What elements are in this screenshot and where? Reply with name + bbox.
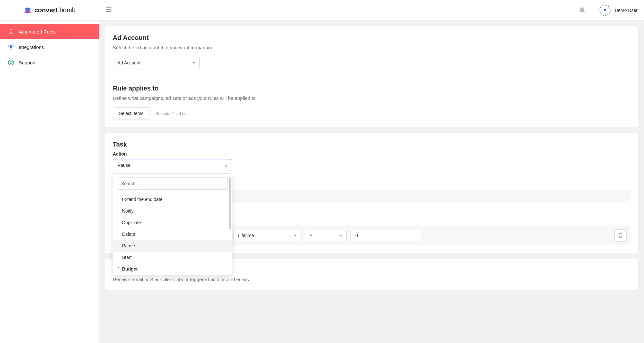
action-selected: Pause bbox=[118, 163, 130, 168]
rule-applies-subtitle: Define what campaigns, ad sets or ads yo… bbox=[113, 95, 630, 101]
condition-value-input[interactable] bbox=[351, 230, 421, 241]
svg-point-8 bbox=[11, 45, 13, 47]
main-content: Ad Account Select the ad account that yo… bbox=[99, 21, 644, 343]
ad-account-subtitle: Select the ad account that you want to m… bbox=[113, 45, 630, 50]
svg-point-11 bbox=[10, 62, 12, 63]
user-name: Demo User bbox=[615, 8, 638, 13]
rules-icon bbox=[8, 28, 14, 35]
action-group-budget[interactable]: ˄ Budget bbox=[113, 263, 232, 275]
sidebar-item-label: Integrations bbox=[19, 44, 44, 50]
svg-point-5 bbox=[9, 33, 10, 34]
svg-point-4 bbox=[10, 29, 12, 30]
sidebar-item-label: Automated Rules bbox=[19, 29, 56, 34]
chevron-down-icon: ▾ bbox=[193, 61, 195, 65]
dropdown-scrollbar[interactable] bbox=[229, 177, 231, 229]
ad-account-selected: Ad Account bbox=[118, 60, 140, 65]
action-option-delete[interactable]: Delete bbox=[113, 228, 232, 240]
chevron-up-icon: ˄ bbox=[118, 267, 120, 271]
logo-text: convert bomb bbox=[34, 6, 76, 14]
chevron-down-icon: ▾ bbox=[340, 233, 342, 238]
svg-point-3 bbox=[604, 9, 606, 11]
chevron-down-icon: ▾ bbox=[294, 233, 296, 238]
svg-point-6 bbox=[12, 33, 13, 34]
selected-items-note: Selected 1 ad set bbox=[155, 111, 187, 116]
ad-account-title: Ad Account bbox=[113, 34, 630, 42]
action-option-start[interactable]: Start bbox=[113, 252, 232, 263]
avatar-icon bbox=[599, 5, 611, 16]
condition-operator-select[interactable]: > ▾ bbox=[305, 230, 347, 241]
sidebar-item-support[interactable]: Support bbox=[0, 55, 99, 70]
action-select[interactable]: Pause ▴ bbox=[113, 159, 232, 171]
action-search-input[interactable] bbox=[117, 177, 228, 190]
action-dropdown: Extend the end date Notify Duplicate Del… bbox=[113, 173, 232, 275]
user-menu[interactable]: Demo User bbox=[599, 5, 638, 16]
action-option-list: Extend the end date Notify Duplicate Del… bbox=[113, 194, 232, 275]
condition-timeframe-select[interactable]: Lifetime ▾ bbox=[233, 230, 301, 241]
select-items-button[interactable]: Select items bbox=[113, 107, 149, 119]
svg-point-9 bbox=[10, 47, 12, 49]
rule-applies-title: Rule applies to bbox=[113, 85, 630, 92]
ad-account-select[interactable]: Ad Account ▾ bbox=[113, 57, 200, 69]
ad-account-card: Ad Account Select the ad account that yo… bbox=[105, 26, 638, 127]
task-card: Task Action Pause ▴ Extend the end date … bbox=[105, 133, 638, 253]
svg-point-7 bbox=[9, 45, 11, 47]
sidebar-item-label: Support bbox=[19, 60, 36, 65]
logo[interactable]: convert bomb bbox=[0, 0, 99, 21]
sidebar-item-integrations[interactable]: Integrations bbox=[0, 39, 99, 55]
integrations-icon bbox=[8, 44, 14, 50]
action-label: Action bbox=[113, 151, 630, 157]
notifications-icon[interactable] bbox=[580, 7, 585, 14]
sidebar: Automated Rules Integrations Support bbox=[0, 21, 99, 343]
menu-toggle-icon[interactable] bbox=[99, 7, 118, 14]
task-title: Task bbox=[113, 141, 630, 148]
trash-icon bbox=[618, 233, 623, 239]
notifications-subtitle: Receive email or Slack alerts about trig… bbox=[113, 277, 630, 282]
sidebar-item-automated-rules[interactable]: Automated Rules bbox=[0, 24, 99, 39]
action-option-duplicate[interactable]: Duplicate bbox=[113, 217, 232, 228]
delete-condition-button[interactable] bbox=[614, 229, 627, 242]
logo-icon bbox=[24, 6, 32, 14]
topbar-left: convert bomb bbox=[0, 0, 118, 21]
topbar-right: Demo User bbox=[580, 5, 638, 16]
action-option-extend-end-date[interactable]: Extend the end date bbox=[113, 194, 232, 205]
action-option-notify[interactable]: Notify bbox=[113, 205, 232, 217]
action-option-pause[interactable]: Pause bbox=[113, 240, 232, 252]
chevron-up-icon: ▴ bbox=[225, 163, 227, 167]
support-icon bbox=[8, 59, 14, 66]
divider bbox=[592, 6, 592, 15]
topbar: convert bomb Demo User bbox=[0, 0, 644, 21]
